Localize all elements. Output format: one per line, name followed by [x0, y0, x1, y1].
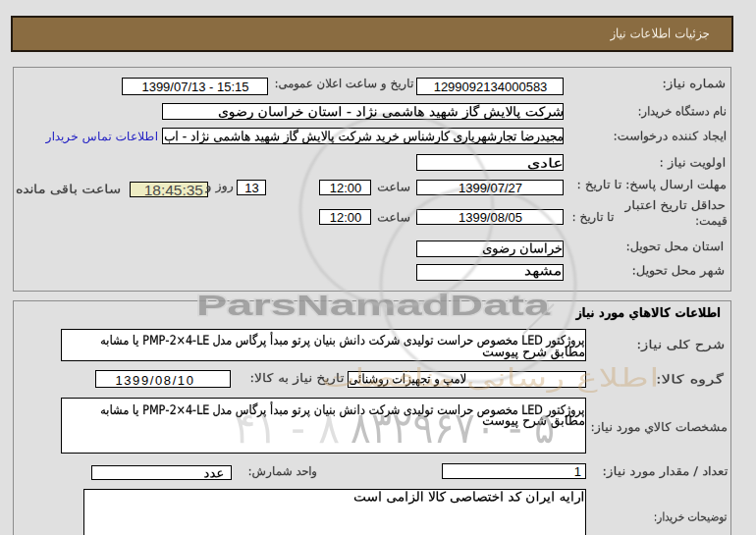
svg-text:1399/07/27: 1399/07/27 [459, 181, 522, 195]
svg-text:1: 1 [574, 464, 581, 479]
svg-text:18:45:35: 18:45:35 [144, 182, 203, 198]
svg-text:ParsNamadData: ParsNamadData [196, 290, 551, 321]
svg-text:1299092134000583: 1299092134000583 [434, 80, 548, 94]
svg-text:12:00: 12:00 [330, 181, 362, 195]
svg-text:1399/08/10: 1399/08/10 [115, 373, 194, 388]
svg-text:1399/08/05: 1399/08/05 [459, 210, 522, 225]
svg-text:13: 13 [244, 181, 258, 195]
svg-text:12:00: 12:00 [330, 210, 362, 225]
svg-text:1399/07/13 - 15:15: 1399/07/13 - 15:15 [141, 80, 248, 94]
